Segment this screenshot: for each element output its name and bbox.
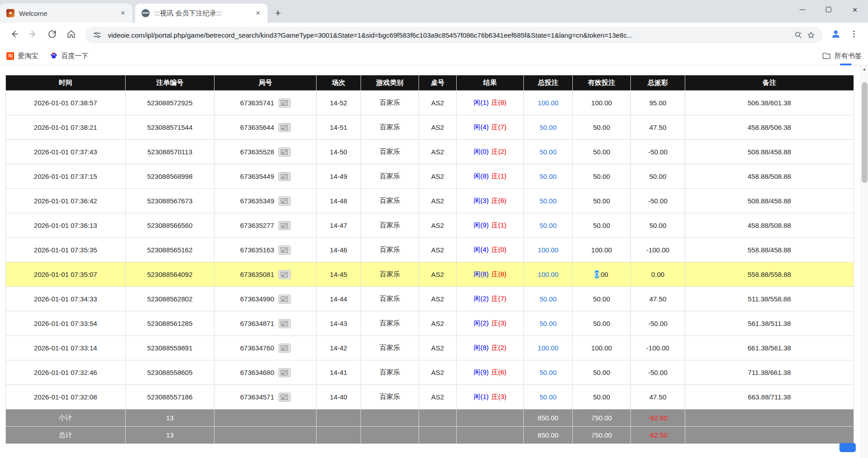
cell-total-bet[interactable]: 50.00: [524, 140, 573, 164]
replay-video-icon[interactable]: [278, 393, 291, 402]
cell-total-bet[interactable]: 50.00: [524, 385, 573, 409]
tab-bet-records[interactable]: :::视讯 会员下注纪录::: ×: [135, 4, 268, 23]
bookmark-aitaobao[interactable]: 淘 爱淘宝: [6, 52, 38, 60]
cell-valid-bet: 100.00: [573, 238, 631, 262]
cell-time: 2026-01-01 07:37:15: [6, 164, 126, 189]
round-number: 673634571: [240, 393, 274, 401]
cell-total-bet[interactable]: 50.00: [524, 360, 573, 385]
cell-time: 2026-01-01 07:37:43: [6, 140, 126, 164]
menu-button[interactable]: [845, 26, 863, 44]
replay-video-icon[interactable]: [278, 295, 291, 304]
scrollbar-thumb[interactable]: [862, 82, 868, 183]
replay-video-icon[interactable]: [278, 172, 291, 181]
cell-bet-id: 523088558605: [126, 360, 215, 385]
cell-total-bet[interactable]: 50.00: [524, 115, 573, 140]
round-number: 673635163: [240, 246, 274, 254]
banker-result: 庄(7): [492, 295, 507, 302]
cell-table-number: AS2: [419, 115, 457, 140]
bookmark-baidu[interactable]: 百度一下: [50, 52, 88, 61]
reload-button[interactable]: [44, 26, 61, 44]
cell-session: 14-41: [317, 360, 361, 385]
round-number: 673634871: [240, 320, 274, 327]
minimize-button[interactable]: [789, 0, 815, 19]
cell-total-bet[interactable]: 100.00: [524, 91, 573, 115]
replay-video-icon[interactable]: [278, 319, 291, 328]
back-button[interactable]: [5, 26, 23, 44]
replay-video-icon[interactable]: [278, 148, 291, 157]
cell-valid-bet: 50.00: [573, 189, 631, 213]
replay-video-icon[interactable]: [278, 197, 291, 206]
cell-bet-id: 523088564092: [126, 262, 215, 287]
scrollbar[interactable]: ▲: [860, 65, 868, 458]
cell-total-bet[interactable]: 50.00: [524, 189, 573, 213]
round-number: 673634680: [240, 369, 274, 376]
cell-session: 14-52: [317, 91, 361, 115]
banker-result: 庄(1): [492, 172, 507, 180]
back-icon: [9, 29, 19, 41]
replay-video-icon[interactable]: [278, 344, 291, 353]
cell-total-bet[interactable]: 100.00: [524, 262, 573, 287]
cell-total-bet[interactable]: 100.00: [524, 336, 573, 360]
cell-game-type: 百家乐: [361, 360, 419, 385]
forward-button[interactable]: [24, 26, 42, 44]
player-result: 闲(1): [473, 98, 488, 106]
summary-valid-bet: 750.00: [573, 427, 631, 444]
cell-round: 673635277: [215, 213, 317, 238]
new-tab-button[interactable]: +: [271, 6, 285, 20]
baidu-paw-icon: [50, 52, 58, 61]
cell-time: 2026-01-01 07:32:46: [6, 360, 126, 385]
cell-payout: 95.00: [631, 91, 685, 115]
close-tab-icon[interactable]: ×: [118, 8, 128, 18]
cell-payout: 47.50: [631, 385, 685, 409]
replay-video-icon[interactable]: [278, 98, 291, 108]
table-footer: 小计 13 850.00 750.00 -62.50 总计 13 850.00 …: [6, 409, 854, 444]
replay-video-icon[interactable]: [278, 368, 291, 377]
cell-payout: 47.50: [631, 115, 685, 140]
table-row: 2026-01-01 07:35:35 523088565162 6736351…: [6, 238, 854, 262]
address-bar[interactable]: videoie.com/ipl/portal.php/game/betrecor…: [85, 27, 823, 43]
cell-payout: -50.00: [631, 311, 685, 336]
cell-total-bet[interactable]: 100.00: [524, 238, 573, 262]
maximize-button[interactable]: [815, 0, 842, 19]
player-result: 闲(9): [473, 221, 488, 229]
table-row: 2026-01-01 07:33:54 523088561285 6736348…: [6, 311, 854, 336]
replay-video-icon[interactable]: [278, 123, 291, 132]
lens-search-icon[interactable]: [792, 29, 805, 41]
site-settings-icon[interactable]: [91, 29, 103, 41]
person-icon: [830, 29, 841, 41]
cell-result: 闲(2)庄(7): [457, 287, 524, 311]
tab-welcome[interactable]: Welcome ×: [0, 4, 132, 23]
scroll-up-icon[interactable]: ▲: [861, 65, 868, 73]
cell-total-bet[interactable]: 50.00: [524, 213, 573, 238]
round-number: 673634760: [240, 344, 274, 352]
url-text[interactable]: videoie.com/ipl/portal.php/game/betrecor…: [108, 31, 792, 39]
summary-empty: [685, 427, 854, 444]
cell-game-type: 百家乐: [361, 238, 419, 262]
cell-table-number: AS2: [419, 385, 457, 409]
cell-total-bet[interactable]: 50.00: [524, 287, 573, 311]
cell-table-number: AS2: [419, 189, 457, 213]
home-button[interactable]: [63, 26, 80, 44]
replay-video-icon[interactable]: [278, 246, 291, 255]
round-number: 673634990: [240, 295, 274, 303]
cell-game-type: 百家乐: [361, 385, 419, 409]
replay-video-icon[interactable]: [278, 221, 291, 230]
bookmark-star-icon[interactable]: [805, 29, 817, 41]
cell-total-bet[interactable]: 50.00: [524, 311, 573, 336]
profile-avatar[interactable]: [828, 27, 844, 43]
cell-total-bet[interactable]: 50.00: [524, 164, 573, 189]
cell-result: 闲(9)庄(6): [457, 360, 524, 385]
cell-result: 闲(4)庄(0): [457, 238, 524, 262]
all-bookmarks-button[interactable]: 所有书签: [822, 52, 862, 61]
cell-result: 闲(1)庄(8): [457, 91, 524, 115]
bookmarks-bar: 淘 爱淘宝 百度一下 所有书签: [0, 47, 868, 65]
floating-action-button[interactable]: [839, 443, 856, 452]
banker-result: 庄(6): [492, 368, 507, 376]
close-button[interactable]: ×: [842, 0, 868, 19]
cell-session: 14-43: [317, 311, 361, 336]
cell-remark: 561.38/511.38: [685, 311, 854, 336]
cell-game-type: 百家乐: [361, 287, 419, 311]
page-content: 时间注单编号局号场次游戏类别桌号结果总投注有效投注总派彩备注 2026-01-0…: [0, 65, 868, 458]
close-tab-icon[interactable]: ×: [253, 8, 263, 18]
replay-video-icon[interactable]: [278, 270, 291, 279]
